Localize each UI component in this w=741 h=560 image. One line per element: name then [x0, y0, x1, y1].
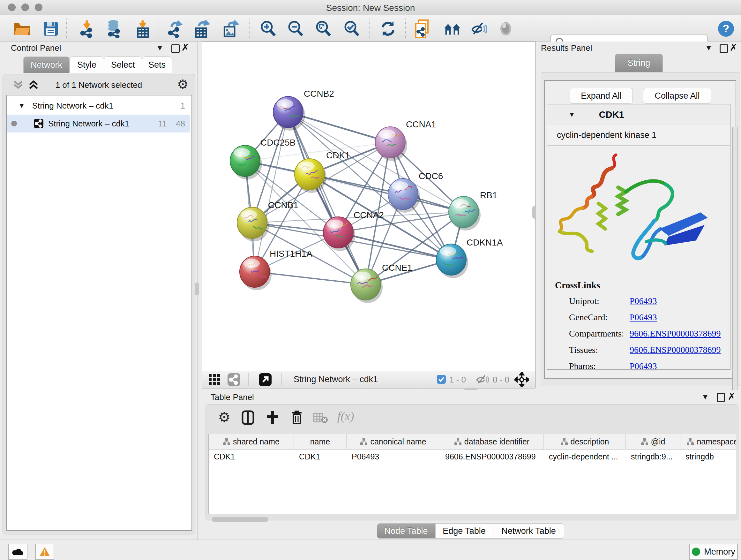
tab-node-table[interactable]: Node Table — [377, 523, 435, 539]
gene-section-header[interactable]: ▼ CDK1 — [547, 105, 730, 125]
network-view-toolbar: String Network – cdk1 1 - 0 0 - 0 — [202, 371, 535, 388]
memory-label: Memory — [704, 547, 735, 557]
crosslink-value-link[interactable]: P06493 — [630, 361, 657, 371]
zoom-out-icon[interactable] — [287, 20, 304, 37]
table-panel-collapse-icon[interactable]: ▼ — [701, 392, 709, 401]
column-header-description[interactable]: description — [544, 434, 626, 449]
network-node-CCNE1[interactable]: CCNE1 — [351, 263, 412, 303]
network-node-RB1[interactable]: RB1 — [449, 190, 497, 231]
export-table-icon[interactable] — [194, 20, 211, 37]
crosslink-row: Compartments:9606.ENSP00000378699 — [547, 326, 726, 342]
pan-crosshair-icon[interactable] — [515, 372, 529, 388]
show-all-icon[interactable] — [497, 20, 515, 37]
network-node-CCNA1[interactable]: CCNA1 — [375, 119, 436, 161]
results-panel-close-icon[interactable]: ✗ — [730, 42, 738, 53]
import-network-file-icon[interactable] — [78, 20, 95, 37]
save-session-icon[interactable] — [42, 20, 59, 37]
control-panel-collapse-icon[interactable]: ▼ — [156, 44, 164, 52]
zoom-in-icon[interactable] — [259, 20, 277, 37]
results-scrollbar[interactable] — [732, 127, 738, 392]
crosslink-value-link[interactable]: 9606.ENSP00000378699 — [630, 345, 721, 355]
table-horizontal-scrollbar[interactable] — [212, 517, 268, 522]
network-node-CDC6[interactable]: CDC6 — [388, 171, 443, 212]
table-cell[interactable]: CDK1 — [209, 449, 293, 463]
table-panel-close-icon[interactable]: ✗ — [728, 391, 736, 402]
results-panel-float-icon[interactable] — [720, 44, 728, 54]
table-panel-title: Table Panel — [211, 392, 254, 402]
open-in-window-icon[interactable] — [259, 373, 272, 388]
control-panel-float-icon[interactable] — [172, 44, 180, 54]
expand-all-button[interactable]: Expand All — [569, 88, 633, 104]
gene-collapse-icon[interactable]: ▼ — [568, 111, 576, 119]
warning-button[interactable] — [35, 544, 54, 560]
export-image-icon[interactable] — [222, 20, 240, 37]
column-header-canonical-name[interactable]: canonical name — [347, 434, 440, 449]
crosslink-value-link[interactable]: 9606.ENSP00000378699 — [630, 328, 721, 339]
network-row-selected[interactable]: String Network – cdk1 11 48 — [7, 115, 190, 132]
control-panel-close-icon[interactable]: ✗ — [181, 42, 189, 53]
network-node-CCNB2[interactable]: CCNB2 — [273, 89, 334, 131]
results-panel: Results Panel ▼ ✗ String Expand All Coll… — [535, 42, 741, 388]
refresh-icon[interactable] — [380, 20, 397, 37]
table-cell[interactable]: stringdb:9... — [626, 449, 680, 463]
column-header--id[interactable]: @id — [626, 434, 680, 449]
table-cell[interactable]: cyclin-dependent ... — [544, 449, 625, 463]
network-edge[interactable] — [288, 112, 366, 285]
collection-label: String Network – cdk1 — [32, 101, 113, 111]
column-header-name[interactable]: name — [294, 434, 347, 449]
delete-column-icon[interactable] — [291, 410, 303, 426]
tab-string[interactable]: String — [615, 54, 663, 72]
table-cell[interactable]: CDK1 — [294, 449, 346, 463]
open-session-icon[interactable] — [13, 20, 30, 37]
column-header-shared-name[interactable]: shared name — [209, 434, 294, 449]
view-string-icon[interactable] — [227, 373, 241, 388]
zoom-fit-icon[interactable] — [315, 20, 332, 37]
tab-select[interactable]: Select — [104, 57, 142, 73]
export-network-icon[interactable] — [167, 20, 185, 37]
network-node-CDKN1A[interactable]: CDKN1A — [436, 238, 503, 278]
zoom-selected-icon[interactable] — [343, 20, 360, 37]
splitter-handle[interactable] — [195, 283, 199, 295]
help-icon[interactable]: ? — [718, 20, 735, 37]
cloud-button[interactable] — [8, 544, 27, 560]
tab-network-table[interactable]: Network Table — [493, 523, 564, 539]
table-cell[interactable]: P06493 — [347, 449, 440, 463]
tab-network[interactable]: Network — [23, 57, 70, 73]
network-overview-icon[interactable] — [444, 20, 461, 37]
crosslink-value-link[interactable]: P06493 — [630, 296, 657, 306]
results-panel-collapse-icon[interactable]: ▼ — [705, 44, 713, 52]
add-column-icon[interactable] — [266, 410, 279, 426]
table-cell[interactable]: 9606.ENSP00000378699 — [440, 449, 543, 463]
crosslink-value-link[interactable]: P06493 — [630, 312, 657, 322]
table-gear-icon[interactable]: ⚙ — [218, 409, 230, 425]
node-label-CCNE1: CCNE1 — [382, 263, 412, 273]
tab-edge-table[interactable]: Edge Table — [435, 523, 493, 539]
network-edge[interactable] — [255, 112, 288, 272]
import-table-file-icon[interactable] — [134, 20, 151, 37]
table-cell[interactable]: stringdb — [680, 449, 736, 463]
table-panel-float-icon[interactable] — [717, 393, 725, 403]
toolbar-separator — [66, 18, 67, 38]
tab-style[interactable]: Style — [70, 57, 104, 73]
collection-expand-icon[interactable]: ▼ — [18, 102, 25, 110]
delete-table-icon[interactable] — [313, 413, 328, 425]
column-header-namespace[interactable]: namespace — [680, 434, 736, 449]
network-options-gear-icon[interactable]: ⚙ — [177, 77, 189, 91]
network-canvas[interactable]: CCNB2CCNA1CDC25BCDK1CDC6RB1CCNB1CCNA2CDK… — [202, 42, 535, 371]
memory-button[interactable]: Memory — [689, 544, 738, 560]
show-columns-icon[interactable] — [242, 410, 254, 426]
application-window: Session: New Session — [0, 0, 741, 560]
selected-checkbox-icon[interactable] — [436, 374, 446, 385]
tab-sets[interactable]: Sets — [142, 57, 172, 73]
import-network-database-icon[interactable] — [105, 20, 122, 37]
hide-selected-icon[interactable] — [471, 20, 488, 37]
duplicate-network-icon[interactable] — [414, 20, 431, 37]
column-header-database-identifier[interactable]: database identifier — [440, 434, 544, 449]
collapse-all-button[interactable]: Collapse All — [643, 88, 711, 104]
gene-section: ▼ CDK1 cyclin-dependent kinase 1 — [547, 104, 731, 370]
hidden-eye-slash-icon[interactable] — [476, 374, 490, 386]
grid-view-icon[interactable] — [209, 374, 221, 387]
network-node-HIST1H1A[interactable]: HIST1H1A — [240, 249, 313, 290]
network-collection-row[interactable]: ▼ String Network – cdk1 1 — [7, 97, 190, 115]
function-builder-icon[interactable]: f(x) — [337, 409, 354, 423]
